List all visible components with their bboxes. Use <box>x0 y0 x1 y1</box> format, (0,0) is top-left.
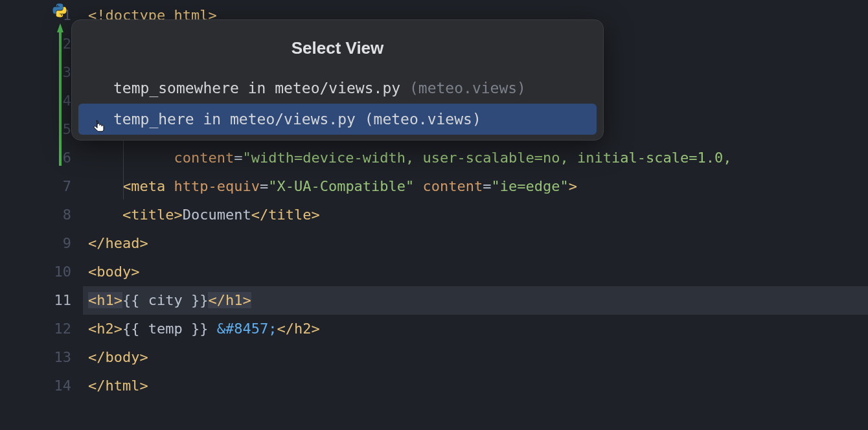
cursor-pointer-icon <box>91 119 106 135</box>
line-number[interactable]: 11 <box>0 286 83 315</box>
line-number[interactable]: 1 <box>0 1 83 30</box>
popup-title: Select View <box>72 20 603 73</box>
line-number[interactable]: 5 <box>0 115 83 144</box>
line-number[interactable]: 12 <box>0 315 83 343</box>
code-line-14[interactable]: </html> <box>83 372 868 400</box>
python-icon <box>52 3 67 18</box>
line-number[interactable]: 7 <box>0 172 83 201</box>
code-line-8[interactable]: <title>Document</title> <box>83 201 868 229</box>
line-number[interactable]: 10 <box>0 258 83 286</box>
popup-item[interactable]: temp_somewhere in meteo/views.py (meteo.… <box>78 73 597 104</box>
popup-item[interactable]: temp_here in meteo/views.py (meteo.views… <box>78 104 597 135</box>
line-number[interactable]: 8 <box>0 201 83 229</box>
popup-item-label: temp_somewhere in meteo/views.py <box>113 80 400 96</box>
gutter-arrow-icon <box>57 23 63 166</box>
gutter: 1234567891011121314 <box>0 0 83 430</box>
popup-list: temp_somewhere in meteo/views.py (meteo.… <box>72 73 603 135</box>
code-line-9[interactable]: </head> <box>83 229 868 258</box>
line-number[interactable]: 14 <box>0 372 83 400</box>
line-number[interactable]: 3 <box>0 58 83 87</box>
code-line-7[interactable]: <meta http-equiv="X-UA-Compatible" conte… <box>83 172 868 201</box>
popup-item-label: temp_here in meteo/views.py (meteo.views… <box>113 111 481 128</box>
select-view-popup: Select View temp_somewhere in meteo/view… <box>71 19 604 141</box>
svg-marker-1 <box>57 23 63 32</box>
line-number[interactable]: 13 <box>0 343 83 372</box>
code-line-10[interactable]: <body> <box>83 258 868 286</box>
code-line-12[interactable]: <h2>{{ temp }} &#8457;</h2> <box>83 315 868 343</box>
line-number[interactable]: 2 <box>0 30 83 58</box>
code-line-6[interactable]: content="width=device-width, user-scalab… <box>83 144 868 172</box>
line-number[interactable]: 6 <box>0 144 83 172</box>
code-line-11[interactable]: <h1>{{ city }}</h1> <box>83 286 868 315</box>
line-number[interactable]: 9 <box>0 229 83 258</box>
code-line-13[interactable]: </body> <box>83 343 868 372</box>
line-number[interactable]: 4 <box>0 87 83 115</box>
popup-item-hint: (meteo.views) <box>400 80 526 96</box>
